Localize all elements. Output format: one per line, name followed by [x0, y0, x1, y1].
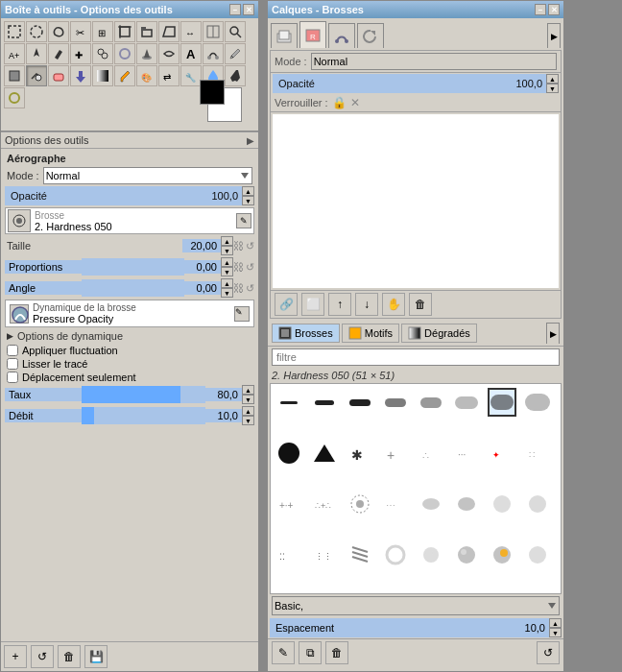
reset-tool-button[interactable]: ↺	[31, 645, 54, 668]
appliquer-fluctuation-checkbox[interactable]	[7, 345, 18, 356]
brushes-grid[interactable]: ✱ + ∴ ··· ✦ ∷ +·+ ∴+∴ ⋯	[270, 383, 562, 594]
brush-item-15[interactable]: ✦	[488, 439, 516, 468]
tool-color-pick[interactable]	[114, 65, 135, 86]
angle-reset-icon[interactable]: ↺	[246, 282, 254, 295]
brushes-filter-input[interactable]	[272, 348, 560, 366]
tab-channels-icon[interactable]: R	[299, 21, 326, 48]
prop-down[interactable]: ▼	[221, 267, 233, 276]
brush-item-12[interactable]: +	[381, 439, 410, 468]
brush-item-32[interactable]	[523, 540, 552, 569]
taille-up[interactable]: ▲	[221, 236, 233, 246]
tab-undo-icon[interactable]	[357, 23, 384, 48]
tool-blur[interactable]	[114, 43, 135, 64]
tool-smudge[interactable]	[158, 43, 179, 64]
espacement-down[interactable]: ▼	[549, 628, 562, 637]
tool-fill[interactable]	[70, 65, 91, 86]
lock-x-icon[interactable]: ✕	[350, 96, 360, 109]
brush-item-25[interactable]: ⁚⁚	[275, 540, 303, 569]
close-button[interactable]: ✕	[243, 4, 254, 15]
opacity-slider-row[interactable]: Opacité 100,0 ▲ ▼	[5, 186, 254, 205]
brush-item-18[interactable]: ∴+∴	[310, 490, 339, 518]
layers-down-button[interactable]: ↓	[355, 293, 378, 316]
tool-magnify[interactable]	[225, 21, 246, 42]
tool-perspective[interactable]	[158, 21, 179, 42]
tool-airbrush[interactable]	[26, 65, 47, 86]
tool-mybrush[interactable]	[4, 87, 25, 108]
opacity-up[interactable]: ▲	[242, 186, 254, 196]
tool-align[interactable]	[203, 21, 224, 42]
brush-item-27[interactable]	[346, 540, 374, 569]
brushes-delete-button[interactable]: 🗑	[325, 641, 348, 664]
brush-item-13[interactable]: ∴	[417, 439, 445, 468]
lock-icon[interactable]: 🔒	[332, 96, 347, 109]
mode-select[interactable]: Normal	[43, 167, 252, 184]
tool-swap[interactable]: ⇄	[158, 65, 179, 86]
brush-item-23[interactable]	[488, 490, 516, 518]
angle-chain-icon[interactable]: ⛓	[233, 282, 244, 294]
tool-needle[interactable]	[26, 43, 47, 64]
tool-rect-select[interactable]	[4, 21, 25, 42]
dynamics-options-row[interactable]: ▶ Options de dynamique	[5, 329, 254, 343]
delete-tool-button[interactable]: 🗑	[58, 645, 81, 668]
layers-add-mask-button[interactable]: ⬜	[301, 293, 324, 316]
motifs-tab[interactable]: Motifs	[342, 324, 399, 343]
brushes-duplicate-button[interactable]: ⧉	[299, 641, 322, 664]
right-minimize-button[interactable]: −	[535, 4, 546, 15]
layers-up-button[interactable]: ↑	[328, 293, 351, 316]
tool-clone[interactable]	[92, 43, 113, 64]
brush-item-10[interactable]	[310, 439, 339, 468]
foreground-color-swatch[interactable]	[200, 80, 225, 105]
degrades-tab[interactable]: Dégradés	[401, 324, 477, 343]
tool-move[interactable]: ⊞	[92, 21, 113, 42]
brushes-tab[interactable]: Brosses	[272, 324, 340, 343]
tabs-scroll-right[interactable]: ▶	[547, 23, 561, 48]
tool-heal[interactable]: ✚	[70, 43, 91, 64]
brushes-refresh-button[interactable]: ↺	[537, 641, 560, 664]
brush-item-16[interactable]: ∷	[523, 439, 552, 468]
brush-item-14[interactable]: ···	[452, 439, 481, 468]
layers-hand-button[interactable]: ✋	[382, 293, 405, 316]
brushes-scroll-right[interactable]: ▶	[546, 323, 560, 344]
color-swatch-area[interactable]	[207, 87, 255, 128]
proportions-bar[interactable]	[82, 258, 184, 276]
tab-paths-icon[interactable]	[328, 23, 355, 48]
brush-item-28[interactable]	[381, 540, 410, 569]
angle-down[interactable]: ▼	[221, 288, 233, 298]
taille-chain-icon[interactable]: ⛓	[233, 240, 244, 252]
brush-item-29[interactable]	[417, 540, 445, 569]
minimize-button[interactable]: −	[229, 4, 241, 15]
prop-reset-icon[interactable]: ↺	[246, 261, 254, 274]
opacity-down[interactable]: ▼	[242, 196, 254, 205]
tool-cut[interactable]: ✂	[70, 21, 91, 42]
save-tool-button[interactable]: 💾	[84, 645, 108, 668]
layers-opacity-down[interactable]: ▼	[546, 84, 559, 93]
debit-down[interactable]: ▼	[242, 416, 254, 425]
tool-eraser[interactable]	[48, 65, 69, 86]
tool-ellipse-select[interactable]	[26, 21, 47, 42]
brush-item-24[interactable]	[523, 490, 552, 518]
brush-item-7[interactable]	[488, 388, 516, 417]
debit-up[interactable]: ▲	[242, 406, 254, 416]
brush-item-5[interactable]	[417, 388, 445, 417]
brush-item-6[interactable]	[452, 388, 481, 417]
brush-item-1[interactable]	[275, 388, 303, 417]
right-close-button[interactable]: ✕	[548, 4, 560, 15]
debit-bar[interactable]	[82, 407, 205, 424]
brush-preview[interactable]	[8, 209, 31, 232]
brush-item-21[interactable]	[417, 490, 445, 518]
tool-text[interactable]: A	[180, 43, 202, 64]
dynamics-edit-button[interactable]: ✎	[234, 306, 250, 322]
taux-down[interactable]: ▼	[242, 395, 254, 404]
brush-item-19[interactable]	[346, 490, 374, 518]
brush-item-11[interactable]: ✱	[346, 439, 374, 468]
taille-reset-icon[interactable]: ↺	[246, 240, 254, 252]
tool-dodge[interactable]	[136, 43, 157, 64]
layers-delete-button[interactable]: 🗑	[409, 293, 432, 316]
brush-item-3[interactable]	[346, 388, 374, 417]
tool-rect-shape[interactable]	[4, 65, 25, 86]
espacement-up[interactable]: ▲	[549, 618, 562, 628]
lisser-trace-checkbox[interactable]	[7, 358, 18, 370]
tool-transform[interactable]	[136, 21, 157, 42]
tool-paint[interactable]	[48, 43, 69, 64]
deplacement-seulement-checkbox[interactable]	[7, 372, 18, 383]
